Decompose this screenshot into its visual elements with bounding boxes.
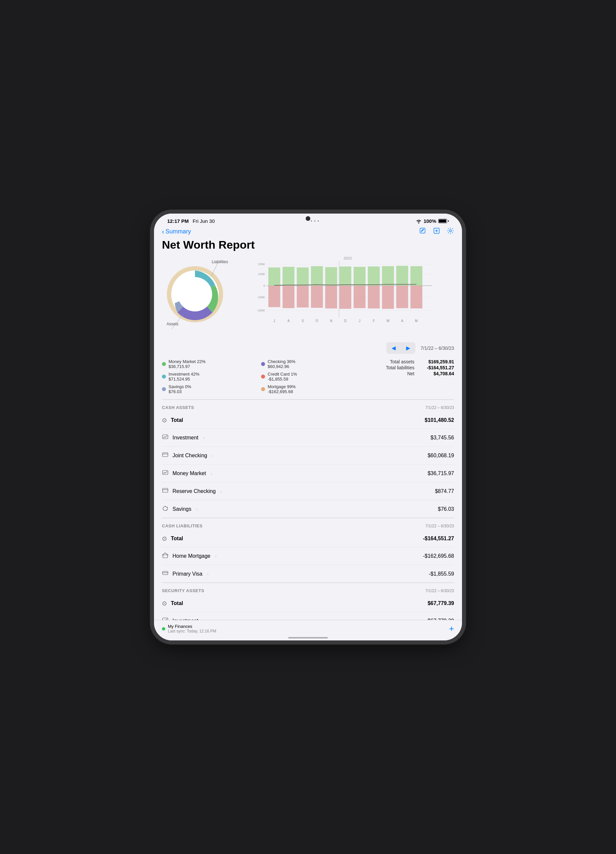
legend-text-checking: Checking 36% $60,942.96 <box>268 359 295 369</box>
totals-assets-row: Total assets $169,259.91 <box>390 359 454 364</box>
reserve-checking-name: Reserve Checking <box>172 488 216 494</box>
totals-liabilities-label: Total liabilities <box>386 365 414 370</box>
svg-rect-20 <box>283 267 294 286</box>
svg-text:A: A <box>401 319 403 323</box>
savings-row[interactable]: Savings › $76.03 <box>162 500 454 518</box>
svg-point-58 <box>163 506 167 511</box>
money-market-name: Money Market <box>172 470 206 476</box>
security-assets-total-row[interactable]: ⊙ Total $67,779.39 <box>162 595 454 612</box>
svg-rect-29 <box>339 267 351 286</box>
totals-assets-value: $169,259.91 <box>421 359 454 364</box>
sync-text: My Finances Last sync: Today, 12:16 PM <box>168 624 216 633</box>
svg-rect-35 <box>382 266 394 286</box>
legend-col-right: Checking 36% $60,942.96 Credit Card 1% -… <box>261 359 355 394</box>
home-mortgage-icon <box>162 552 169 560</box>
page-title: Net Worth Report <box>162 239 454 251</box>
legend-label-checking: Checking 36% <box>268 359 295 364</box>
add-square-icon[interactable] <box>433 227 440 236</box>
svg-rect-59 <box>163 555 167 558</box>
svg-rect-34 <box>368 286 380 308</box>
svg-text:-200K: -200K <box>257 309 265 312</box>
legend-text-mortgage: Mortgage 99% -$162,695.68 <box>268 384 296 394</box>
totals-net-row: Net $4,708.64 <box>407 371 454 376</box>
legend-item-credit-card: Credit Card 1% -$1,855.59 <box>261 372 355 381</box>
battery-icon <box>438 219 449 223</box>
cash-liabilities-header: CASH LIABILITIES 7/1/22 – 6/30/23 <box>162 518 454 530</box>
legend-label-money-market: Money Market 22% <box>169 359 205 364</box>
compose-icon[interactable] <box>419 227 426 236</box>
joint-checking-icon <box>162 451 169 459</box>
chart-nav-buttons: ◀ ▶ <box>386 342 415 354</box>
pie-label-assets: Assets <box>167 322 178 326</box>
home-indicator <box>288 637 328 639</box>
legend-text-savings: Savings 0% $76.03 <box>169 384 191 394</box>
cash-assets-investment-row[interactable]: Investment › $3,745.56 <box>162 429 454 447</box>
bar-chart-svg: 200K 100K 0 -100K -200K <box>231 261 454 325</box>
cash-assets-total-name: Total <box>171 417 183 423</box>
svg-rect-56 <box>163 488 168 492</box>
svg-rect-24 <box>311 266 323 286</box>
svg-rect-30 <box>339 286 351 309</box>
money-market-icon <box>162 469 169 477</box>
svg-text:D: D <box>344 319 346 323</box>
back-button[interactable]: ‹ Summary <box>162 228 191 235</box>
chart-next-button[interactable]: ▶ <box>401 342 415 354</box>
pie-chart: Liabilities Assets <box>162 256 228 336</box>
legend-amount-investment: $71,524.95 <box>169 377 199 381</box>
legend-dot-checking <box>261 362 265 366</box>
chart-prev-button[interactable]: ◀ <box>386 342 401 354</box>
money-market-chevron: › <box>210 471 212 476</box>
cash-liabilities-total-row[interactable]: ⊙ Total -$164,551.27 <box>162 530 454 547</box>
svg-text:M: M <box>415 319 418 323</box>
reserve-checking-chevron: › <box>221 489 222 494</box>
legend-label-investment: Investment 42% <box>169 372 199 377</box>
legend-label-savings: Savings 0% <box>169 384 191 389</box>
status-date: Fri Jun 30 <box>193 218 215 224</box>
cash-assets-header: CASH ASSETS 7/1/22 – 6/30/23 <box>162 400 454 412</box>
add-button[interactable]: + <box>449 624 454 634</box>
svg-rect-21 <box>283 286 294 308</box>
battery-percent: 100% <box>424 218 436 224</box>
svg-text:0: 0 <box>263 284 265 287</box>
security-assets-date: 7/1/22 – 6/30/23 <box>425 589 454 593</box>
money-market-row[interactable]: Money Market › $36,715.97 <box>162 465 454 482</box>
investment-cash-icon <box>162 433 169 442</box>
wifi-icon <box>416 219 422 224</box>
svg-rect-37 <box>396 266 408 286</box>
legend-amount-checking: $60,942.96 <box>268 364 295 369</box>
svg-text:N: N <box>330 319 332 323</box>
legend-dot-credit-card <box>261 375 265 378</box>
summary-totals: Total assets $169,259.91 Total liabiliti… <box>360 359 454 394</box>
liabilities-total-icon: ⊙ <box>162 535 167 542</box>
savings-value: $76.03 <box>438 506 454 512</box>
joint-checking-row[interactable]: Joint Checking › $60,068.19 <box>162 447 454 465</box>
legend-text-credit-card: Credit Card 1% -$1,855.59 <box>268 372 297 381</box>
back-label: Summary <box>166 228 191 235</box>
svg-text:F: F <box>373 319 375 323</box>
home-mortgage-value: -$162,695.68 <box>423 553 454 559</box>
device-frame: 12:17 PM Fri Jun 30 • • • 100% ‹ Summary <box>154 214 462 640</box>
totals-assets-label: Total assets <box>390 359 414 364</box>
legend-area: Money Market 22% $36,715.97 Investment 4… <box>162 359 454 394</box>
reserve-checking-row[interactable]: Reserve Checking › $874.77 <box>162 482 454 500</box>
svg-text:S: S <box>302 319 304 323</box>
totals-liabilities-value: -$164,551.27 <box>421 365 454 370</box>
chevron-left-icon: ‹ <box>162 228 164 235</box>
svg-text:M: M <box>387 319 389 323</box>
investment-cash-value: $3,745.56 <box>430 435 454 441</box>
settings-icon[interactable] <box>447 227 454 236</box>
cash-assets-total-row[interactable]: ⊙ Total $101,480.52 <box>162 412 454 429</box>
joint-checking-chevron: › <box>212 453 213 458</box>
camera <box>306 216 310 221</box>
security-assets-header: SECURITY ASSETS 7/1/22 – 6/30/23 <box>162 583 454 595</box>
totals-net-value: $4,708.64 <box>421 371 454 376</box>
primary-visa-icon <box>162 570 169 578</box>
security-assets-title: SECURITY ASSETS <box>162 588 204 593</box>
status-right: 100% <box>416 218 449 224</box>
legend-item-investment: Investment 42% $71,524.95 <box>162 372 256 381</box>
cash-liabilities-total-value: -$164,551.27 <box>423 535 454 541</box>
legend-dot-money-market <box>162 362 166 366</box>
home-mortgage-row[interactable]: Home Mortgage › -$162,695.68 <box>162 547 454 565</box>
reserve-checking-icon <box>162 487 169 495</box>
primary-visa-row[interactable]: Primary Visa › -$1,855.59 <box>162 565 454 583</box>
